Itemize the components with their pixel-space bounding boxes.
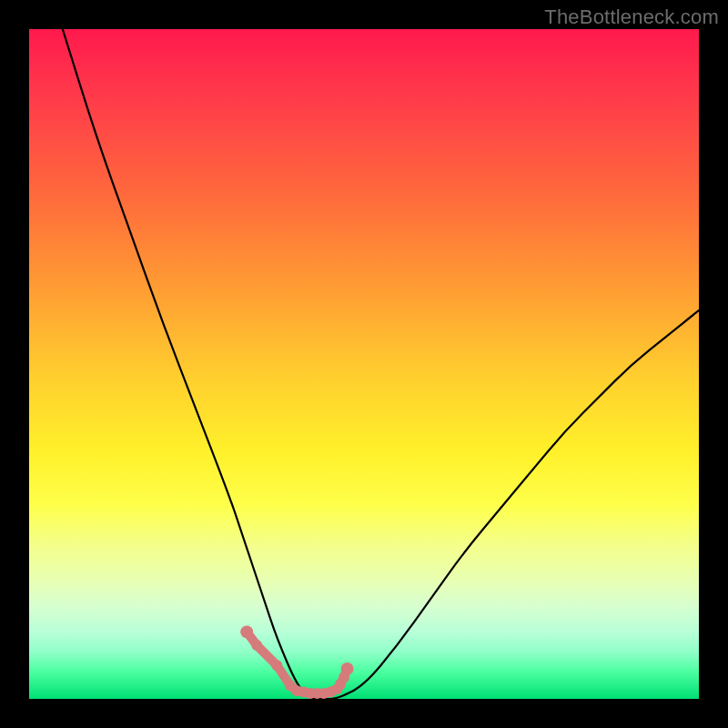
watermark-text: TheBottleneck.com [544, 5, 719, 29]
marker-dot [341, 662, 354, 675]
chart-svg [29, 29, 699, 699]
marker-dot [251, 640, 262, 651]
bottleneck-curve [63, 29, 699, 699]
plot-area [29, 29, 699, 699]
marker-dot [240, 625, 253, 638]
chart-frame: TheBottleneck.com [0, 0, 728, 728]
optimal-markers [240, 625, 353, 699]
marker-dot [271, 660, 282, 671]
